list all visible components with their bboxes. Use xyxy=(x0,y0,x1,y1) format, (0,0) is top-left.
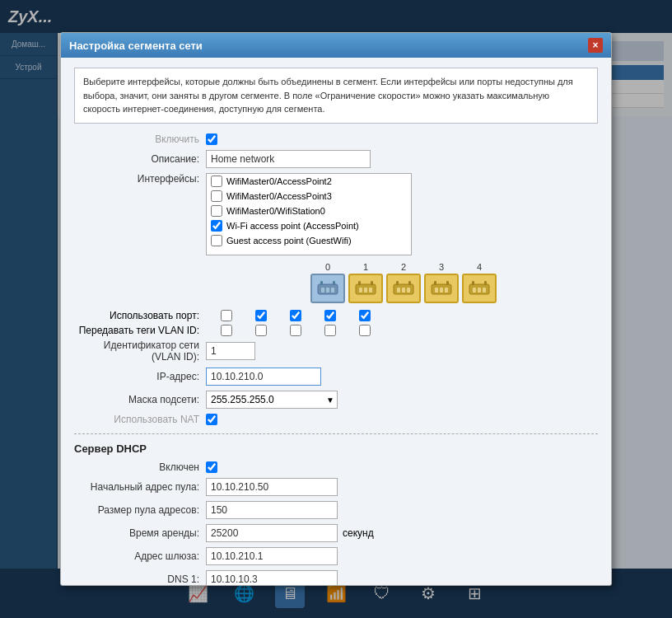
ip-label: IP-адрес: xyxy=(74,371,206,382)
close-button[interactable]: × xyxy=(588,38,603,53)
svg-rect-23 xyxy=(446,281,449,285)
dhcp-gateway-input[interactable] xyxy=(206,547,338,565)
use-port-cb-2[interactable] xyxy=(290,310,301,321)
dhcp-start-label: Начальный адрес пула: xyxy=(74,481,206,493)
description-row: Описание: xyxy=(74,150,598,168)
use-port-cb-4[interactable] xyxy=(359,310,371,321)
dhcp-dns1-row: DNS 1: xyxy=(74,570,598,586)
dhcp-pool-size-input[interactable] xyxy=(206,501,338,519)
iface-label-0: WifiMaster0/AccessPoint2 xyxy=(226,176,332,186)
modal-overlay: Настройка сегмента сети × Выберите интер… xyxy=(0,0,672,618)
use-port-row: Использовать порт: xyxy=(74,310,598,321)
svg-rect-9 xyxy=(369,288,372,293)
dhcp-start-input[interactable] xyxy=(206,478,338,496)
vlan-tag-cb-1[interactable] xyxy=(255,325,267,336)
port-icon-2[interactable] xyxy=(386,274,421,303)
port-icon-0[interactable] xyxy=(310,274,345,303)
port-num-4: 4 xyxy=(462,262,497,272)
svg-rect-11 xyxy=(371,281,373,285)
list-item[interactable]: Wi-Fi access point (AccessPoint) xyxy=(207,218,411,233)
port-numbers: 0 1 2 3 4 xyxy=(310,262,497,272)
iface-check-4[interactable] xyxy=(211,235,222,246)
iface-label-2: WifiMaster0/WifiStation0 xyxy=(226,206,325,216)
iface-check-1[interactable] xyxy=(211,190,222,202)
vlan-tag-cb-cell-3 xyxy=(313,325,348,336)
vlan-tag-cb-0[interactable] xyxy=(221,325,232,336)
svg-rect-5 xyxy=(333,281,335,285)
dhcp-enabled-label: Включен xyxy=(74,461,206,473)
port-icon-3[interactable] xyxy=(424,274,459,303)
svg-rect-16 xyxy=(396,281,399,285)
svg-rect-2 xyxy=(326,288,329,293)
dhcp-dns1-label: DNS 1: xyxy=(74,574,206,585)
svg-rect-27 xyxy=(483,288,486,293)
dhcp-gateway-row: Адрес шлюза: xyxy=(74,547,598,565)
port-icon-4[interactable] xyxy=(462,274,497,303)
dhcp-lease-input[interactable] xyxy=(206,524,338,542)
ip-input[interactable] xyxy=(206,368,321,386)
svg-rect-4 xyxy=(320,281,323,285)
vlan-tag-cb-2[interactable] xyxy=(290,325,301,336)
dhcp-enabled-checkbox[interactable] xyxy=(206,461,217,473)
port-cb-cell-4 xyxy=(348,310,382,321)
dhcp-enabled-row: Включен xyxy=(74,461,598,473)
use-port-checkboxes xyxy=(209,310,382,321)
port-cb-cell-2 xyxy=(278,310,313,321)
svg-rect-26 xyxy=(478,288,481,293)
port-cb-cell-3 xyxy=(313,310,348,321)
vlan-tag-cb-cell-4 xyxy=(348,325,382,336)
port-cb-cell-1 xyxy=(244,310,278,321)
svg-rect-7 xyxy=(359,288,362,293)
list-item[interactable]: WifiMaster0/WifiStation0 xyxy=(207,204,411,218)
svg-rect-13 xyxy=(397,288,400,293)
iface-check-0[interactable] xyxy=(211,176,222,187)
port-num-3: 3 xyxy=(424,262,459,272)
iface-check-2[interactable] xyxy=(211,205,222,217)
list-item[interactable]: Guest access point (GuestWifi) xyxy=(207,233,411,248)
vlan-tag-label: Передавать теги VLAN ID: xyxy=(74,325,206,336)
list-item[interactable]: WifiMaster0/AccessPoint2 xyxy=(207,174,411,189)
nat-checkbox[interactable] xyxy=(206,414,217,425)
svg-rect-10 xyxy=(358,281,361,285)
section-divider xyxy=(74,433,598,434)
use-port-cb-1[interactable] xyxy=(255,310,267,321)
dhcp-lease-row: Время аренды: секунд xyxy=(74,524,598,542)
use-port-cb-0[interactable] xyxy=(221,310,232,321)
svg-rect-22 xyxy=(434,281,436,285)
vlan-tag-row: Передавать теги VLAN ID: xyxy=(74,325,598,336)
vlan-id-row: Идентификатор сети (VLAN ID): xyxy=(74,339,598,363)
mask-select-wrapper: 255.255.255.0 255.255.0.0 255.0.0.0 ▼ xyxy=(206,391,338,409)
description-input[interactable] xyxy=(206,150,371,168)
dhcp-section-title: Сервер DHCP xyxy=(74,442,598,455)
list-item[interactable]: WifiMaster0/AccessPoint3 xyxy=(207,189,411,204)
iface-label-1: WifiMaster0/AccessPoint3 xyxy=(226,191,332,201)
description-label: Описание: xyxy=(74,153,206,165)
svg-rect-25 xyxy=(473,288,476,293)
svg-rect-14 xyxy=(402,288,405,293)
dialog-titlebar: Настройка сегмента сети × xyxy=(61,33,611,58)
interface-list[interactable]: WifiMaster0/AccessPoint2 WifiMaster0/Acc… xyxy=(206,173,412,255)
svg-rect-3 xyxy=(331,288,334,293)
interfaces-label: Интерфейсы: xyxy=(74,173,206,185)
enabled-checkbox[interactable] xyxy=(206,133,217,145)
mask-label: Маска подсети: xyxy=(74,394,206,405)
dhcp-dns1-input[interactable] xyxy=(206,570,338,586)
vlan-id-label: Идентификатор сети (VLAN ID): xyxy=(74,339,206,363)
vlan-id-input[interactable] xyxy=(206,342,255,360)
use-port-label: Использовать порт: xyxy=(74,310,206,321)
iface-check-3[interactable] xyxy=(211,220,222,232)
dialog-title: Настройка сегмента сети xyxy=(69,40,203,52)
dhcp-start-row: Начальный адрес пула: xyxy=(74,478,598,496)
dhcp-gateway-label: Адрес шлюза: xyxy=(74,550,206,562)
dhcp-pool-size-row: Размер пула адресов: xyxy=(74,501,598,519)
vlan-tag-cb-cell-1 xyxy=(244,325,278,336)
mask-select[interactable]: 255.255.255.0 255.255.0.0 255.0.0.0 xyxy=(206,391,338,409)
svg-rect-15 xyxy=(407,288,410,293)
ports-area: 0 1 2 3 4 xyxy=(74,262,598,303)
port-icon-1[interactable] xyxy=(348,274,383,303)
vlan-tag-cb-3[interactable] xyxy=(324,325,336,336)
use-port-cb-3[interactable] xyxy=(324,310,336,321)
vlan-tag-cb-4[interactable] xyxy=(359,325,371,336)
svg-rect-19 xyxy=(435,288,438,293)
iface-label-4: Guest access point (GuestWifi) xyxy=(226,236,352,246)
